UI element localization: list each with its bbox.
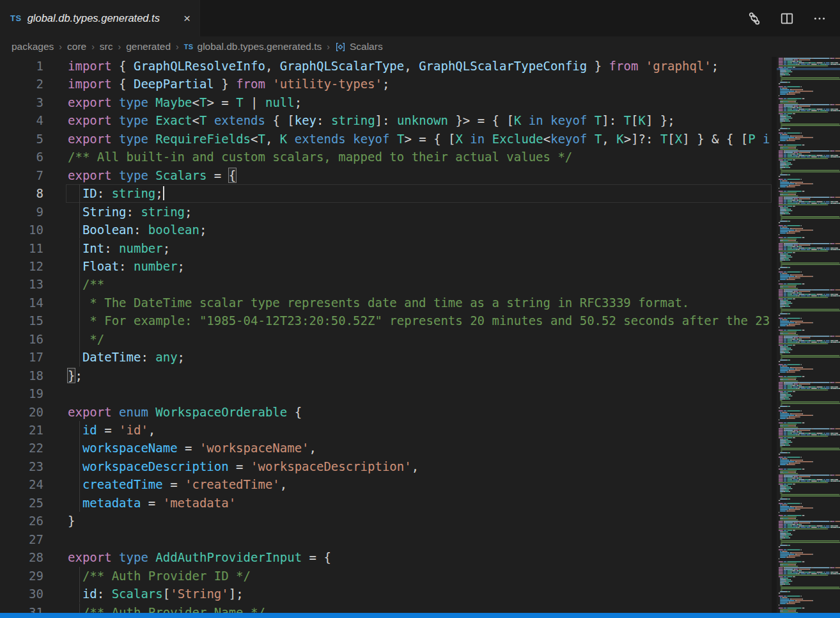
code-text: } (68, 512, 75, 530)
split-editor-icon[interactable] (779, 11, 795, 26)
code-line[interactable]: 17 DateTime: any; (0, 348, 772, 366)
line-number: 15 (0, 312, 43, 329)
line-number: 9 (0, 203, 43, 221)
line-number: 1 (0, 57, 43, 75)
code-line[interactable]: 5export type RequireFields<T, K extends … (0, 130, 772, 148)
code-text: createdTime = 'createdTime', (68, 475, 287, 493)
code-text: /** Auth Provider ID */ (68, 567, 251, 585)
chevron-right-icon: › (118, 42, 121, 52)
code-line[interactable]: 11 Int: number; (0, 239, 772, 257)
code-line[interactable]: 29 /** Auth Provider ID */ (0, 567, 772, 585)
code-line[interactable]: 15 * For example: "1985-04-12T23:20:50.5… (0, 312, 772, 329)
line-number: 11 (0, 239, 43, 257)
code-text: export enum WorkspaceOrderable { (68, 403, 302, 421)
tab-global-db-types[interactable]: TS global.db.types.generated.ts × (0, 0, 200, 36)
current-line-highlight (66, 184, 772, 202)
more-actions-icon[interactable] (812, 11, 827, 26)
line-number: 17 (0, 348, 43, 366)
code-line[interactable]: 22 workspaceName = 'workspaceName', (0, 439, 772, 457)
line-number: 6 (0, 148, 43, 166)
code-line[interactable]: 8 ID: string; (0, 184, 772, 202)
code-text: export type AddAuthProviderInput = { (68, 548, 331, 566)
code-line[interactable]: 30 id: Scalars['String']; (0, 585, 772, 603)
breadcrumb-item[interactable]: packages (12, 41, 54, 52)
breadcrumb-item[interactable]: core (67, 41, 86, 52)
line-number: 22 (0, 439, 43, 457)
code-line[interactable]: 2import { DeepPartial } from 'utility-ty… (0, 75, 772, 93)
code-line[interactable]: 28export type AddAuthProviderInput = { (0, 548, 772, 566)
code-text: import { DeepPartial } from 'utility-typ… (68, 75, 389, 93)
code-line[interactable]: 31 /** Auth Provider Name */ (0, 603, 772, 614)
bottom-focus-bar (0, 613, 840, 618)
code-text: export type Scalars = { (68, 166, 236, 184)
breadcrumb: packages›core›src›generated›TSglobal.db.… (0, 36, 840, 57)
line-number: 4 (0, 111, 43, 129)
line-number: 3 (0, 93, 43, 111)
code-text: id = 'id', (68, 421, 155, 439)
code-text: Int: number; (68, 239, 170, 257)
line-number: 29 (0, 567, 43, 585)
code-line[interactable]: 12 Float: number; (0, 257, 772, 275)
code-line[interactable]: 23 workspaceDescription = 'workspaceDesc… (0, 457, 772, 475)
editor[interactable]: 1import { GraphQLResolveInfo, GraphQLSca… (0, 57, 772, 613)
chevron-right-icon: › (176, 42, 179, 52)
code-line[interactable]: 20export enum WorkspaceOrderable { (0, 403, 772, 421)
code-line[interactable]: 13 /** (0, 275, 772, 293)
code-line[interactable]: 25 metadata = 'metadata' (0, 494, 772, 512)
line-number: 25 (0, 494, 43, 512)
code-line[interactable]: 10 Boolean: boolean; (0, 221, 772, 239)
code-text: workspaceName = 'workspaceName', (68, 439, 316, 457)
line-number: 10 (0, 221, 43, 239)
open-changes-icon[interactable] (747, 11, 762, 26)
ts-file-icon: TS (10, 13, 22, 23)
code-line[interactable]: 21 id = 'id', (0, 421, 772, 439)
code-text: DateTime: any; (68, 348, 185, 366)
line-number: 23 (0, 457, 43, 475)
code-line[interactable]: 18}; (0, 367, 772, 384)
tab-bar: TS global.db.types.generated.ts × (0, 0, 840, 36)
line-number: 28 (0, 548, 43, 566)
code-text: * The DateTime scalar type represents da… (68, 294, 689, 312)
breadcrumb-item[interactable]: src (100, 41, 113, 52)
minimap[interactable] (777, 57, 840, 613)
code-text: }; (68, 367, 82, 384)
code-text: metadata = 'metadata' (68, 494, 236, 512)
line-number: 8 (0, 184, 43, 202)
editor-scrollbar[interactable] (772, 57, 777, 613)
chevron-right-icon: › (91, 42, 95, 52)
code-line[interactable]: 24 createdTime = 'createdTime', (0, 475, 772, 493)
code-text: */ (68, 330, 104, 348)
code-text: export type Exact<T extends { [key: stri… (68, 111, 675, 129)
code-line[interactable]: 6/** All built-in and custom scalars, ma… (0, 148, 772, 166)
code-line[interactable]: 14 * The DateTime scalar type represents… (0, 294, 772, 312)
breadcrumb-item[interactable]: Scalars (350, 41, 383, 52)
close-icon[interactable]: × (181, 11, 193, 26)
line-number: 12 (0, 257, 43, 275)
code-text: String: string; (68, 203, 192, 221)
code-text: export type RequireFields<T, K extends k… (68, 130, 770, 148)
code-line[interactable]: 1import { GraphQLResolveInfo, GraphQLSca… (0, 57, 772, 75)
text-cursor (163, 186, 164, 200)
code-line[interactable]: 26} (0, 512, 772, 530)
code-text: /** (68, 275, 104, 293)
breadcrumb-item[interactable]: global.db.types.generated.ts (198, 41, 322, 52)
code-line[interactable]: 4export type Exact<T extends { [key: str… (0, 111, 772, 129)
code-line[interactable]: 3export type Maybe<T> = T | null; (0, 93, 772, 111)
code-line[interactable]: 9 String: string; (0, 203, 772, 221)
code-text: * For example: "1985-04-12T23:20:50.52Z"… (68, 312, 770, 329)
line-number: 13 (0, 275, 43, 293)
line-number: 2 (0, 75, 43, 93)
code-text: import { GraphQLResolveInfo, GraphQLScal… (68, 57, 719, 75)
line-number: 20 (0, 403, 43, 421)
code-text: ID: string; (68, 184, 164, 202)
code-text: id: Scalars['String']; (68, 585, 244, 603)
code-line[interactable]: 16 */ (0, 330, 772, 348)
code-line[interactable]: 27 (0, 530, 772, 548)
breadcrumb-item[interactable]: generated (126, 41, 171, 52)
code-line[interactable]: 19 (0, 384, 772, 402)
ts-file-icon: TS (184, 43, 194, 51)
chevron-right-icon: › (59, 42, 62, 52)
line-number: 16 (0, 330, 43, 348)
symbol-type-icon (335, 42, 346, 52)
code-line[interactable]: 7export type Scalars = { (0, 166, 772, 184)
